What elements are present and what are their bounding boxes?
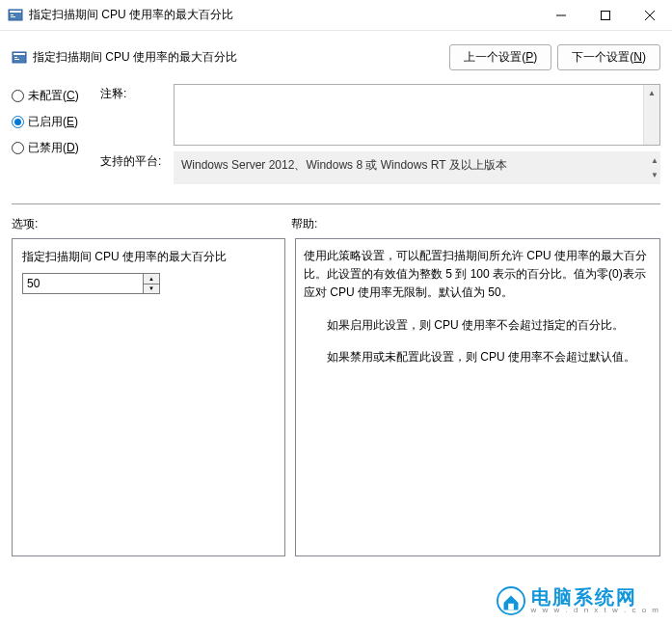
radio-disabled-input[interactable]	[12, 142, 24, 154]
help-section-label: 帮助:	[291, 216, 317, 232]
radio-enabled-input[interactable]	[12, 116, 24, 128]
watermark-cn: 电脑系统网	[531, 587, 660, 607]
header-row: 指定扫描期间 CPU 使用率的最大百分比 上一个设置(P) 下一个设置(N)	[0, 31, 672, 78]
platform-label: 支持的平台:	[100, 151, 174, 184]
spinner-down-button[interactable]: ▼	[144, 284, 159, 294]
scroll-up-icon[interactable]: ▲	[644, 85, 659, 101]
house-icon	[497, 586, 525, 615]
platform-text: Windows Server 2012、Windows 8 或 Windows …	[181, 158, 507, 172]
help-text-1: 使用此策略设置，可以配置扫描期间所允许 CPU 使用率的最大百分比。此设置的有效…	[304, 247, 652, 303]
next-setting-button[interactable]: 下一个设置(N)	[557, 44, 660, 70]
scrollbar[interactable]: ▲	[643, 85, 659, 145]
help-panel: 使用此策略设置，可以配置扫描期间所允许 CPU 使用率的最大百分比。此设置的有效…	[295, 238, 660, 556]
svg-rect-2	[11, 14, 13, 15]
cpu-percent-input[interactable]	[22, 273, 144, 294]
title-bar: 指定扫描期间 CPU 使用率的最大百分比	[0, 0, 672, 31]
radio-disabled[interactable]: 已禁用(D)	[12, 140, 100, 156]
radio-group: 未配置(C) 已启用(E) 已禁用(D)	[12, 84, 100, 190]
svg-rect-1	[10, 11, 21, 13]
svg-rect-5	[602, 11, 610, 19]
page-title: 指定扫描期间 CPU 使用率的最大百分比	[33, 49, 449, 66]
spinner-up-button[interactable]: ▲	[144, 274, 159, 284]
comment-textarea[interactable]: ▲	[174, 84, 660, 146]
window-title: 指定扫描期间 CPU 使用率的最大百分比	[29, 7, 539, 23]
radio-not-configured-input[interactable]	[12, 90, 24, 102]
close-button[interactable]	[628, 0, 672, 30]
app-icon	[8, 8, 23, 23]
policy-icon	[12, 50, 27, 66]
watermark: 电脑系统网 w w w . d n x t w . c o m	[497, 586, 660, 615]
comment-label: 注释:	[100, 84, 174, 146]
radio-enabled[interactable]: 已启用(E)	[12, 114, 100, 130]
help-text-2: 如果启用此设置，则 CPU 使用率不会超过指定的百分比。	[304, 316, 652, 335]
scroll-down-icon[interactable]: ▼	[651, 167, 659, 183]
radio-not-configured[interactable]: 未配置(C)	[12, 88, 100, 104]
previous-setting-button[interactable]: 上一个设置(P)	[449, 44, 551, 70]
svg-rect-13	[508, 604, 514, 610]
spinner-label: 指定扫描期间 CPU 使用率的最大百分比	[22, 249, 275, 265]
svg-rect-9	[13, 53, 25, 55]
supported-platform-box: Windows Server 2012、Windows 8 或 Windows …	[174, 151, 660, 184]
watermark-en: w w w . d n x t w . c o m	[531, 607, 660, 614]
maximize-button[interactable]	[583, 0, 628, 30]
cpu-percent-spinner[interactable]: ▲ ▼	[22, 273, 275, 294]
svg-rect-3	[11, 16, 15, 17]
help-text-3: 如果禁用或未配置此设置，则 CPU 使用率不会超过默认值。	[304, 348, 652, 366]
options-section-label: 选项:	[12, 216, 291, 232]
svg-rect-10	[14, 57, 17, 58]
svg-rect-11	[14, 59, 19, 60]
options-panel: 指定扫描期间 CPU 使用率的最大百分比 ▲ ▼	[12, 238, 285, 556]
window-controls	[539, 0, 672, 30]
minimize-button[interactable]	[539, 0, 583, 30]
